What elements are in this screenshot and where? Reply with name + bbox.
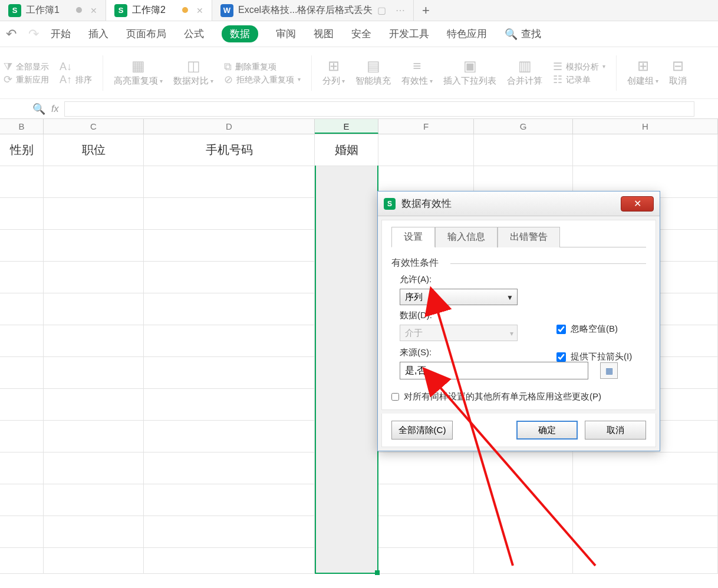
dialog-footer: 全部清除(C) 确定 取消 [381,414,656,447]
cancel-button[interactable]: 取消 [585,421,646,440]
clear-all-button[interactable]: 全部清除(C) [391,421,453,440]
menu-view[interactable]: 视图 [314,27,334,41]
col-header-c[interactable]: C [44,119,144,134]
search-icon[interactable]: 🔍 [32,103,45,115]
dropdown-arrow-check[interactable]: 提供下拉箭头(I) [556,351,632,362]
dialog-title: 数据有效性 [401,197,452,210]
new-tab-button[interactable]: + [414,3,437,18]
validity-button[interactable]: ≡有效性▾ [401,59,433,87]
col-header-h[interactable]: H [573,119,718,134]
chevron-down-icon: ▼ [506,293,513,302]
range-picker-icon: ▦ [605,366,613,375]
column-headers: B C D E F G H [0,119,718,134]
text-to-columns-button[interactable]: ⊞分列▾ [322,59,345,87]
dropdown-icon: ▣ [463,59,477,73]
ignore-blank-check[interactable]: 忽略空值(B) [556,323,632,335]
compare-icon: ◫ [187,59,200,73]
ribbon-search[interactable]: 🔍查找 [505,27,541,41]
cell[interactable]: 婚姻 [315,134,378,166]
sort-group[interactable]: A↓ A↑排序 [60,61,92,85]
back-icon[interactable]: ↶ [6,27,17,42]
close-icon[interactable]: ✕ [90,6,97,15]
cell[interactable]: 性别 [0,134,44,166]
formula-input[interactable] [64,101,694,117]
cell[interactable] [573,134,718,166]
fill-icon: ▤ [367,59,380,73]
menu-formulas[interactable]: 公式 [184,27,204,41]
data-compare-button[interactable]: ◫数据对比▾ [173,59,213,87]
col-header-f[interactable]: F [378,119,474,134]
tab-label: Excel表格技...格保存后格式丢失 [238,4,373,16]
filter-group[interactable]: ⧩全部显示 ⟳重新应用 [4,61,49,85]
close-button[interactable]: ✕ [621,196,654,212]
ok-button[interactable]: 确定 [516,421,578,440]
window-icon: ▢ [377,5,386,16]
menu-security[interactable]: 安全 [351,27,371,41]
tab-error-alert[interactable]: 出错警告 [498,227,560,247]
wps-sheets-icon: S [384,198,396,210]
chevron-down-icon: ▾ [510,329,513,338]
split-icon: ⊞ [328,59,340,73]
menu-review[interactable]: 审阅 [276,27,296,41]
form-icon: ☰ [553,61,562,72]
refresh-icon: ⟳ [4,74,12,85]
modified-dot-icon [182,7,188,13]
tab-label: 工作簿1 [26,4,60,16]
dialog-title-bar[interactable]: S 数据有效性 ✕ [378,191,660,216]
close-icon[interactable]: ✕ [196,6,203,15]
document-tabs: S 工作簿1 ✕ S 工作簿2 ✕ W Excel表格技...格保存后格式丢失 … [0,0,718,21]
formula-bar: 🔍 fx [0,99,718,119]
form-group[interactable]: ☰模拟分析▾ ☷记录单 [553,61,605,85]
funnel-icon: ⧩ [4,61,12,72]
cell[interactable]: 手机号码 [144,134,315,166]
group-icon: ⊞ [637,59,649,73]
wps-sheets-icon: S [8,4,21,17]
highlight-dup-button[interactable]: ▦高亮重复项▾ [114,59,163,87]
cell[interactable] [474,134,573,166]
tab-input-msg[interactable]: 输入信息 [435,227,498,247]
forward-icon[interactable]: ↷ [28,27,39,42]
ungroup-button[interactable]: ⊟取消 [669,59,687,87]
wps-writer-icon: W [220,4,233,17]
menu-dev-tools[interactable]: 开发工具 [389,27,429,41]
smart-fill-button[interactable]: ▤智能填充 [355,59,391,87]
create-group-button[interactable]: ⊞创建组▾ [627,59,658,87]
data-validation-dialog: S 数据有效性 ✕ 设置 输入信息 出错警告 有效性条件 允许(A): 序列▼ … [377,191,660,451]
menu-data[interactable]: 数据 [222,25,258,42]
cell[interactable]: 职位 [44,134,144,166]
tab-excel-tips[interactable]: W Excel表格技...格保存后格式丢失 ▢ ⋯ [212,0,414,21]
col-header-e[interactable]: E [315,119,378,134]
tab-settings[interactable]: 设置 [391,227,435,247]
menu-page-layout[interactable]: 页面布局 [126,27,166,41]
allow-combo[interactable]: 序列▼ [400,289,518,305]
sort-asc-icon: A↓ [60,61,72,72]
dialog-tabs: 设置 输入信息 出错警告 [391,226,646,247]
table-row[interactable]: 性别 职位 手机号码 婚姻 [0,134,718,166]
dup-group[interactable]: ⧉删除重复项 ⊘拒绝录入重复项▾ [224,61,301,85]
insert-dropdown-button[interactable]: ▣插入下拉列表 [443,59,496,87]
ellipsis-icon: ⋯ [396,5,405,16]
apply-all-check[interactable]: 对所有同样设置的其他所有单元格应用这些更改(P) [391,391,646,402]
search-icon: 🔍 [505,28,518,41]
cell[interactable] [378,134,474,166]
range-picker-button[interactable]: ▦ [600,362,618,379]
fx-icon[interactable]: fx [51,104,58,114]
menu-special[interactable]: 特色应用 [447,27,487,41]
menu-home[interactable]: 开始 [51,27,71,41]
ungroup-icon: ⊟ [672,59,684,73]
record-icon: ☷ [553,74,562,85]
menu-insert[interactable]: 插入 [88,27,108,41]
data-label: 数据(D): [391,310,646,321]
allow-label: 允许(A): [391,274,646,285]
col-header-d[interactable]: D [144,119,315,134]
source-input[interactable] [400,362,588,379]
fieldset-label: 有效性条件 [391,257,646,269]
validity-icon: ≡ [413,59,421,73]
data-toolbar: ⧩全部显示 ⟳重新应用 A↓ A↑排序 ▦高亮重复项▾ ◫数据对比▾ ⧉删除重复… [0,47,718,99]
col-header-b[interactable]: B [0,119,44,134]
col-header-g[interactable]: G [474,119,573,134]
tab-workbook-2[interactable]: S 工作簿2 ✕ [106,0,212,21]
tab-workbook-1[interactable]: S 工作簿1 ✕ [0,0,106,21]
consolidate-button[interactable]: ▥合并计算 [507,59,542,87]
wps-sheets-icon: S [114,4,127,17]
